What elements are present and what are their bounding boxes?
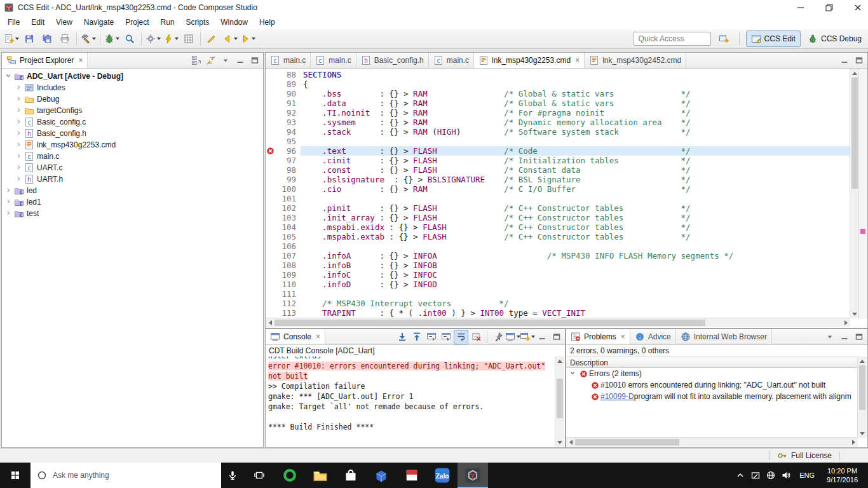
collapsed-arrow-icon[interactable] [15, 119, 24, 126]
scrollbar-track[interactable] [275, 318, 841, 327]
perspective-ccs-edit[interactable]: CCS Edit [746, 30, 801, 47]
code-text[interactable]: .mspabi.exidx : {} > FLASH /* C++ Constr… [301, 222, 850, 232]
close-tab-icon[interactable]: × [78, 56, 83, 65]
word-wrap-button[interactable] [454, 330, 468, 344]
editor-tab-main-c[interactable]: cmain.c [311, 53, 356, 68]
last-edit-location-button[interactable] [203, 31, 221, 46]
scroll-up-button[interactable] [555, 356, 564, 365]
code-area[interactable]: 88SECTIONS89{90 .bss : {} > RAM /* Globa… [266, 69, 850, 318]
menu-edit[interactable]: Edit [25, 16, 50, 29]
collapsed-arrow-icon[interactable] [15, 142, 24, 149]
show-console-on-stdout-button[interactable] [439, 330, 452, 344]
editor-tab-main-c[interactable]: cmain.c [429, 53, 474, 68]
scrollbar-track[interactable] [555, 365, 564, 438]
maximize-button[interactable] [852, 330, 865, 344]
maximize-button[interactable] [550, 330, 563, 344]
close-tab-icon[interactable]: × [621, 332, 625, 341]
scrollbar-thumb[interactable] [557, 379, 563, 419]
taskbar-app-green-app[interactable] [275, 463, 305, 488]
scrollbar-thumb[interactable] [859, 365, 865, 410]
dropdown-arrow-icon[interactable] [116, 37, 119, 40]
collapsed-arrow-icon[interactable] [15, 176, 24, 183]
taskbar-app-store[interactable] [336, 463, 366, 488]
view-menu-button[interactable] [219, 54, 232, 67]
flash-button[interactable] [162, 31, 180, 46]
taskbar-clock[interactable]: 10:20 PM 9/17/2016 [820, 466, 864, 484]
dropdown-arrow-icon[interactable] [234, 37, 238, 40]
open-perspective-button[interactable] [715, 31, 733, 46]
dropdown-arrow-icon[interactable] [157, 37, 161, 40]
tray-show-hidden-icons-button[interactable] [733, 463, 748, 488]
start-button[interactable] [0, 463, 31, 488]
taskbar-app-red-app[interactable] [397, 463, 427, 488]
maximize-button[interactable] [248, 54, 261, 67]
scrollbar-thumb[interactable] [575, 439, 679, 445]
code-text[interactable] [301, 241, 850, 251]
code-text[interactable]: .infoC : {} > INFOC [301, 270, 850, 280]
forward-button[interactable] [239, 31, 257, 46]
open-console-button[interactable] [520, 330, 534, 344]
perspective-ccs-debug[interactable]: CCS Debug [803, 30, 867, 47]
code-text[interactable]: { [301, 79, 850, 89]
task-view-button[interactable] [244, 463, 275, 488]
menu-run[interactable]: Run [155, 16, 180, 29]
code-text[interactable] [301, 137, 850, 146]
new-wizard-button[interactable] [3, 31, 20, 46]
code-text[interactable]: SECTIONS [301, 70, 850, 79]
dropdown-arrow-icon[interactable] [15, 37, 19, 40]
tree-item-targetconfigs[interactable]: targetConfigs [2, 105, 263, 116]
tray-network-button[interactable] [763, 463, 778, 488]
problem-row-1[interactable]: #10010 errors encountered during linking… [566, 379, 858, 391]
tree-item-basic-config-c[interactable]: cBasic_config.c [2, 116, 263, 128]
debug-button[interactable] [103, 31, 121, 46]
code-text[interactable]: .stack : {} > RAM (HIGH) /* Software sys… [301, 127, 850, 137]
window-minimize-button[interactable] [786, 0, 815, 15]
code-text[interactable]: .text : {} > FLASH /* Code */ [301, 146, 850, 156]
menu-file[interactable]: File [2, 16, 25, 29]
scroll-to-top-button[interactable] [410, 330, 423, 344]
search-button[interactable] [121, 31, 139, 46]
code-text[interactable]: .cio : {} > RAM /* C I/O Buffer */ [301, 184, 850, 194]
description-column-header[interactable]: Description [566, 356, 858, 368]
problem-row-2[interactable]: #10099-D program will not fit into avail… [566, 391, 858, 402]
tab-internal-web-browser[interactable]: Internal Web Browser [676, 329, 772, 344]
code-text[interactable]: .infoD : {} > INFOD [301, 280, 850, 289]
microphone-button[interactable] [221, 463, 244, 488]
editor-tab-basic-config-h[interactable]: hBasic_config.h [356, 53, 429, 68]
menu-window[interactable]: Window [215, 16, 254, 29]
collapsed-arrow-icon[interactable] [4, 210, 13, 217]
problems-group-errors[interactable]: Errors (2 items) [566, 368, 858, 379]
language-indicator[interactable]: ENG [794, 471, 820, 479]
menu-help[interactable]: Help [254, 16, 281, 29]
scroll-down-button[interactable] [858, 429, 867, 438]
view-menu-button[interactable] [823, 330, 836, 344]
tree-item-includes[interactable]: Includes [2, 82, 263, 93]
code-text[interactable] [301, 289, 850, 299]
scroll-down-button[interactable] [555, 438, 564, 447]
tree-item-test[interactable]: Ctest [2, 208, 263, 219]
tab-problems[interactable]: Problems× [566, 329, 630, 344]
collapsed-arrow-icon[interactable] [15, 96, 24, 103]
collapsed-arrow-icon[interactable] [15, 153, 24, 160]
quick-access-box[interactable]: Quick Access [634, 32, 711, 46]
tray-pen-button[interactable] [748, 463, 763, 488]
save-button[interactable] [20, 31, 38, 46]
collapsed-arrow-icon[interactable] [15, 85, 24, 92]
tree-item-led1[interactable]: Cled1 [2, 196, 263, 208]
close-tab-icon[interactable]: × [316, 332, 320, 341]
tree-item-lnk-msp430g2253-cmd[interactable]: lnk_msp430g2253.cmd [2, 139, 263, 151]
error-marker-icon[interactable] [266, 146, 275, 156]
window-restore-button[interactable] [815, 0, 843, 15]
clear-console-button[interactable] [470, 330, 483, 344]
editor-tab-main-c[interactable]: cmain.c [266, 53, 311, 68]
tab-console[interactable]: Console × [266, 329, 325, 344]
code-text[interactable]: .sysmem : {} > RAM /* Dynamic memory all… [301, 118, 850, 127]
minimize-button[interactable] [837, 330, 851, 344]
collapsed-arrow-icon[interactable] [15, 130, 24, 137]
menu-view[interactable]: View [50, 16, 78, 29]
code-text[interactable]: .cinit : {} > FLASH /* Initialization ta… [301, 156, 850, 165]
code-text[interactable]: .pinit : {} > FLASH /* C++ Constructor t… [301, 203, 850, 213]
collapsed-arrow-icon[interactable] [4, 187, 13, 194]
tree-item-basic-config-h[interactable]: hBasic_config.h [2, 128, 263, 139]
code-text[interactable]: .mspabi.extab : {} > FLASH /* C++ Constr… [301, 232, 850, 241]
